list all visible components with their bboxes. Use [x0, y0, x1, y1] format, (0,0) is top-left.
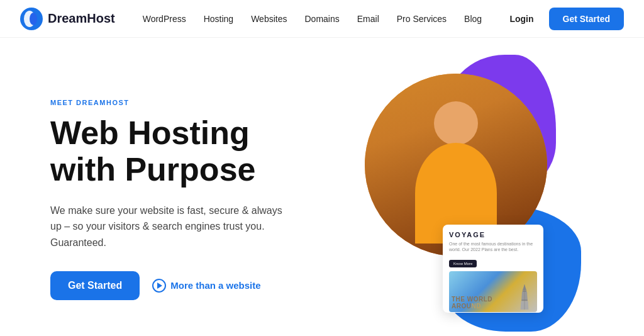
eiffel-tower-icon [518, 284, 531, 310]
hero-title-line1: Web Hosting [50, 115, 250, 151]
more-link-label: More than a website [170, 280, 260, 291]
card-button: Know More [449, 260, 477, 267]
get-started-hero-button[interactable]: Get Started [50, 271, 140, 300]
login-button[interactable]: Login [502, 10, 541, 28]
meet-label: MEET DREAMHOST [50, 99, 352, 106]
navigation: DreamHost WordPress Hosting Websites Dom… [0, 0, 644, 38]
nav-websites[interactable]: Websites [243, 10, 294, 28]
nav-actions: Login Get Started [502, 8, 624, 30]
dreamhost-logo-icon [20, 8, 43, 30]
website-preview-card: VOYAGE One of the most famous destinatio… [443, 225, 543, 313]
hero-title-line2: with Purpose [50, 151, 255, 188]
hero-visual: VOYAGE One of the most famous destinatio… [352, 67, 594, 332]
hero-actions: Get Started More than a website [50, 271, 352, 300]
more-than-website-link[interactable]: More than a website [152, 279, 260, 293]
nav-domains[interactable]: Domains [297, 10, 347, 28]
card-image: THE WORLDAROUND [449, 271, 537, 312]
card-subtitle: One of the most famous destinations in t… [449, 241, 537, 252]
play-triangle [157, 283, 162, 289]
card-image-text: THE WORLDAROUND [452, 296, 492, 310]
nav-links: WordPress Hosting Websites Domains Email… [135, 10, 502, 28]
play-icon [152, 279, 166, 293]
hero-content: MEET DREAMHOST Web Hosting with Purpose … [50, 99, 352, 300]
nav-email[interactable]: Email [350, 10, 387, 28]
nav-pro-services[interactable]: Pro Services [389, 10, 454, 28]
hero-description: We make sure your website is fast, secur… [50, 203, 289, 251]
nav-hosting[interactable]: Hosting [196, 10, 241, 28]
card-title: VOYAGE [449, 231, 537, 238]
hero-section: MEET DREAMHOST Web Hosting with Purpose … [0, 38, 644, 336]
get-started-nav-button[interactable]: Get Started [549, 8, 624, 30]
nav-blog[interactable]: Blog [457, 10, 489, 28]
hero-title: Web Hosting with Purpose [50, 115, 352, 187]
brand-name: DreamHost [48, 11, 115, 26]
svg-point-2 [30, 13, 37, 25]
logo[interactable]: DreamHost [20, 8, 115, 30]
nav-wordpress[interactable]: WordPress [135, 10, 194, 28]
